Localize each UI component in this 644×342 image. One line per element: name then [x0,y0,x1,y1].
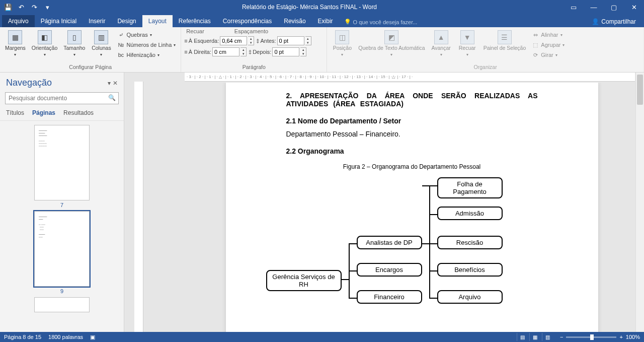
thumbnail-next[interactable] [34,297,90,314]
nav-tab-pages[interactable]: Páginas [32,109,55,116]
view-print-icon[interactable]: ▦ [529,333,540,341]
hyphenation-button[interactable]: bcHifenização▾ [115,50,178,59]
org-leaf-3: Rescisão [437,236,503,249]
breaks-button[interactable]: ⤶Quebras▾ [115,30,178,39]
org-mid-1: Analistas de DP [357,236,422,249]
nav-close-icon[interactable]: ✕ [113,80,118,87]
window-title: Relatório de Estágio- Mércia Santos FINA… [55,4,564,11]
ribbon: ▦Margens▾ ◧Orientação▾ ▯Tamanho▾ ▥Coluna… [0,27,644,73]
org-leaf-4: Benefícios [437,263,503,277]
ribbon-options-icon[interactable]: ▭ [564,0,584,14]
view-read-icon[interactable]: ▤ [517,333,528,341]
heading-2[interactable]: 2. APRESENTAÇÃO DA ÁREA ONDE SERÃO REALI… [286,92,538,108]
close-icon[interactable]: ✕ [624,0,644,14]
wrap-button[interactable]: ◩Quebra de Texto Automática▾ [356,28,427,59]
thumbnail-9[interactable]: ━━━━━━━━━━━━▭ ▭▭ ▭▭ ▭▭━━━━━━▭▭ 9 [34,211,90,294]
maximize-icon[interactable]: ▢ [604,0,624,14]
tab-layout[interactable]: Layout [142,15,173,27]
navigation-pane: Navegação ▾ ✕ 🔍 Títulos Páginas Resultad… [0,73,124,332]
org-leaf-1: Folha de Pagamento [437,177,503,198]
spacing-after-field[interactable]: ‡Depois: ▴▾ [249,47,306,56]
view-web-icon[interactable]: ▥ [542,333,553,341]
status-page[interactable]: Página 8 de 15 [4,334,41,340]
margins-button[interactable]: ▦Margens▾ [3,28,28,59]
tab-review[interactable]: Revisão [278,15,311,27]
nav-search-input[interactable] [5,92,119,104]
tab-design[interactable]: Design [111,15,142,27]
heading-2-2[interactable]: 2.2 Organograma [286,147,538,155]
zoom-level[interactable]: 100% [626,334,640,340]
tell-me[interactable]: 💡 O que você deseja fazer... [339,17,423,27]
forward-button[interactable]: ▲Avançar▾ [429,28,453,59]
ruler-horizontal[interactable]: · 3 · | · 2 · | · 1 · | · △ · | · 1 · | … [185,73,635,82]
share-button[interactable]: 👤 Compartilhar [586,16,642,27]
group-paragraph: Parágrafo [184,64,324,71]
org-mid-3: Financeiro [357,290,422,304]
nav-dropdown-icon[interactable]: ▾ [108,80,111,87]
redo-icon[interactable]: ↷ [29,2,39,12]
org-leaf-5: Arquivo [437,290,503,304]
proofing-icon[interactable]: ▣ [90,334,95,340]
org-mid-2: Encargos [357,263,422,277]
tab-mail[interactable]: Correspondências [217,15,278,27]
backward-button[interactable]: ▼Recuar▾ [455,28,479,59]
view-buttons: ▤ ▦ ▥ [517,333,553,341]
group-button[interactable]: ⬚Agrupar▾ [530,40,567,49]
align-button[interactable]: ⇔Alinhar▾ [530,30,567,39]
body-p1[interactable]: Departamento Pessoal – Financeiro. [286,130,538,138]
tab-view[interactable]: Exibir [312,15,339,27]
tab-insert[interactable]: Inserir [83,15,111,27]
search-icon[interactable]: 🔍 [108,94,116,101]
zoom-in-icon[interactable]: + [619,334,622,340]
size-button[interactable]: ▯Tamanho▾ [61,28,87,59]
page: 2. APRESENTAÇÃO DA ÁREA ONDE SERÃO REALI… [226,83,598,332]
status-wordcount[interactable]: 1800 palavras [48,334,83,340]
document-canvas[interactable]: 2. APRESENTAÇÃO DA ÁREA ONDE SERÃO REALI… [190,83,634,332]
columns-button[interactable]: ▥Colunas▾ [89,28,113,59]
figure-caption[interactable]: Figura 2 – Organograma do Departamento P… [286,163,538,170]
nav-tab-headings[interactable]: Títulos [6,109,24,116]
ruler-vertical[interactable] [134,82,143,332]
indent-left-field[interactable]: ≡À Esquerda: ▴▾ [184,36,254,45]
group-page-setup: Configurar Página [3,64,178,71]
undo-icon[interactable]: ↶ [16,2,26,12]
save-icon[interactable]: 💾 [3,2,13,12]
rotate-button[interactable]: ⟳Girar▾ [530,50,567,59]
orientation-button[interactable]: ◧Orientação▾ [30,28,59,59]
document-area: · 3 · | · 2 · | · 1 · | · △ · | · 1 · | … [124,73,644,332]
org-leaf-2: Admissão [437,207,503,220]
selection-pane-button[interactable]: ☰Painel de Seleção [481,28,528,53]
heading-2-1[interactable]: 2.1 Nome do Departamento / Setor [286,117,538,125]
status-bar: Página 8 de 15 1800 palavras ▣ ▤ ▦ ▥ − +… [0,332,644,342]
org-root: Gerência Serviços de RH [266,270,342,291]
zoom-slider[interactable] [566,336,616,338]
tab-references[interactable]: Referências [173,15,217,27]
share-icon: 👤 [592,18,599,25]
nav-title: Navegação [6,78,52,88]
zoom-out-icon[interactable]: − [560,334,563,340]
title-bar: 💾 ↶ ↷ ▾ Relatório de Estágio- Mércia San… [0,0,644,14]
lightbulb-icon: 💡 [344,19,351,25]
scrollbar-vertical[interactable] [635,73,644,332]
group-arrange: Organizar [330,64,640,71]
spacing-before-field[interactable]: ‡Antes: ▴▾ [256,36,311,45]
minimize-icon[interactable]: — [584,0,604,14]
org-chart: Gerência Serviços de RH Analistas de DP … [266,175,538,316]
tab-file[interactable]: Arquivo [2,15,35,27]
position-button[interactable]: ◫Posição▾ [330,28,354,59]
tab-home[interactable]: Página Inicial [35,15,83,27]
nav-tab-results[interactable]: Resultados [63,109,94,116]
qat-more-icon[interactable]: ▾ [42,2,52,12]
ribbon-tabs: Arquivo Página Inicial Inserir Design La… [0,14,644,27]
line-numbers-button[interactable]: №Números de Linha▾ [115,40,178,49]
indent-right-field[interactable]: ≡À Direita: ▴▾ [184,47,247,56]
thumbnail-7[interactable]: ━━━━━━━━━━━━━━━━━━━━━━▭▭▭▭▭▭▭▭▭▭▭ 7 [34,125,90,208]
